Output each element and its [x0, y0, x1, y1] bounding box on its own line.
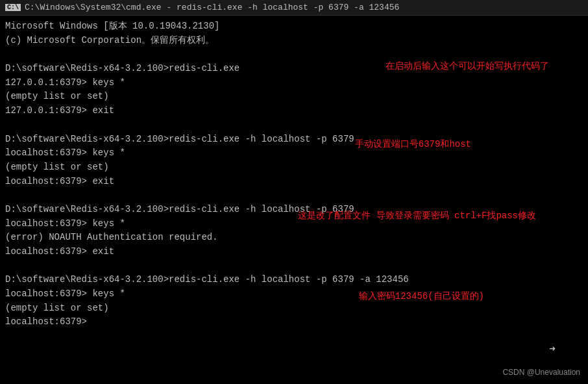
mouse-cursor: ➜ — [549, 342, 556, 358]
line-6: (empty list or set) — [5, 90, 583, 104]
watermark: CSDN @Unevaluation — [502, 366, 580, 379]
line-18 — [5, 259, 583, 274]
cmd-icon: C:\ — [5, 4, 21, 11]
line-22: localhost:6379> — [5, 315, 583, 329]
line-21: (empty list or set) — [5, 301, 583, 316]
annotation-password: 输入密码123456(自己设置的) — [359, 290, 484, 304]
line-19: D:\software\Redis-x64-3.2.100>redis-cli.… — [5, 273, 583, 287]
terminal-body: Microsoft Windows [版本 10.0.19043.2130] (… — [0, 16, 588, 384]
line-10: localhost:6379> keys * — [5, 146, 583, 160]
line-8 — [5, 118, 583, 133]
line-2: (c) Microsoft Corporation。保留所有权利。 — [5, 34, 583, 48]
line-12: localhost:6379> exit — [5, 175, 583, 189]
line-1: Microsoft Windows [版本 10.0.19043.2130] — [5, 19, 583, 34]
title-text: C:\Windows\System32\cmd.exe - redis-cli.… — [25, 3, 399, 12]
title-bar: C:\ C:\Windows\System32\cmd.exe - redis-… — [0, 0, 588, 16]
line-20: localhost:6379> keys * — [5, 287, 583, 301]
line-9: D:\software\Redis-x64-3.2.100>redis-cli.… — [5, 133, 583, 147]
line-16: (error) NOAUTH Authentication required. — [5, 231, 583, 245]
line-7: 127.0.0.1:6379> exit — [5, 104, 583, 118]
line-17: localhost:6379> exit — [5, 245, 583, 259]
annotation-startup: 在启动后输入这个可以开始写执行代码了 — [386, 60, 549, 74]
line-13 — [5, 188, 583, 203]
annotation-host-port: 手动设置端口号6379和host — [355, 138, 471, 152]
annotation-config: 这是改了配置文件 导致登录需要密码 ctrl+F找pass修改 — [298, 209, 536, 224]
line-5: 127.0.0.1:6379> keys * — [5, 76, 583, 90]
line-11: (empty list or set) — [5, 160, 583, 175]
